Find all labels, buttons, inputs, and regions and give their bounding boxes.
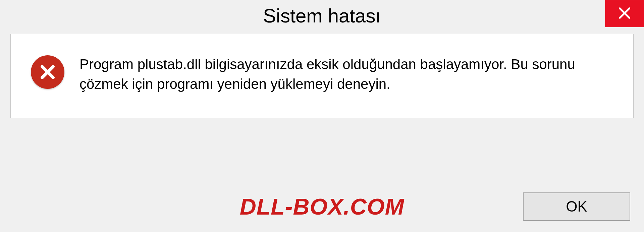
dialog-footer: DLL-BOX.COM OK	[0, 190, 644, 223]
error-icon	[31, 55, 64, 89]
dialog-title: Sistem hatası	[263, 4, 381, 27]
titlebar: Sistem hatası	[0, 0, 644, 31]
ok-button[interactable]: OK	[523, 192, 630, 221]
error-dialog: Sistem hatası Program plustab.dll bilgis…	[0, 0, 644, 232]
watermark-text: DLL-BOX.COM	[240, 193, 405, 220]
error-message: Program plustab.dll bilgisayarınızda eks…	[79, 53, 613, 94]
close-icon	[618, 6, 632, 21]
content-panel: Program plustab.dll bilgisayarınızda eks…	[10, 34, 634, 118]
close-button[interactable]	[605, 0, 644, 27]
